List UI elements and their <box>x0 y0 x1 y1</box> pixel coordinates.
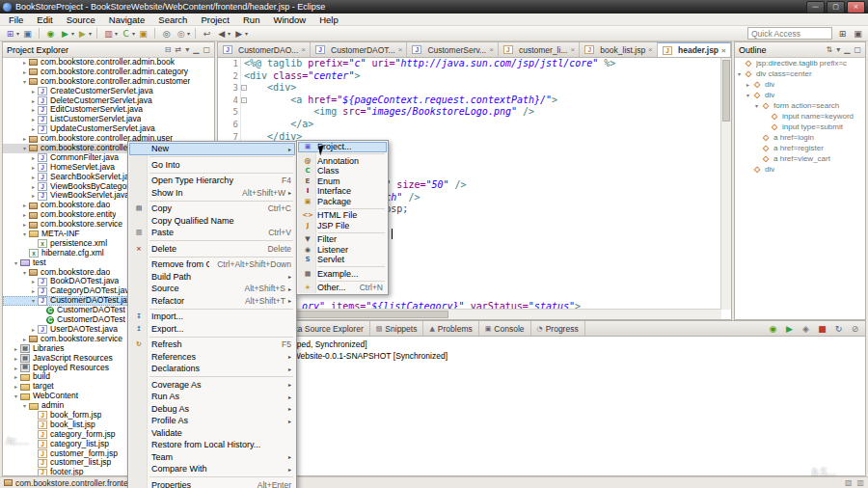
expander-icon[interactable]: ▸ <box>29 115 38 124</box>
search-icon[interactable]: ◎ <box>175 28 187 40</box>
context-menu-item-profile-as[interactable]: Profile As▸ <box>129 415 295 427</box>
context-menu-item-declarations[interactable]: Declarations▸ <box>129 363 295 375</box>
new-submenu-item-listener[interactable]: ◉Listener <box>298 245 387 256</box>
scrollbar-thumb[interactable] <box>722 60 730 122</box>
forward-dropdown-icon[interactable]: ▾ <box>245 30 248 37</box>
context-menu-item-refresh[interactable]: ↻RefreshF5 <box>129 339 295 351</box>
expander-icon[interactable]: ▸ <box>12 354 20 364</box>
editor-tab-customer-li[interactable]: Jcustomer_li...× <box>499 42 580 57</box>
menu-edit[interactable]: Edit <box>30 14 59 25</box>
minimize-icon[interactable]: ▁ <box>193 45 199 54</box>
last-edit-location-icon[interactable]: ↩ <box>201 28 213 40</box>
expander-icon[interactable]: ▾ <box>752 100 761 111</box>
expander-icon[interactable]: ▸ <box>29 325 38 335</box>
close-icon[interactable]: × <box>489 45 494 54</box>
new-submenu-item-example[interactable]: ▦Example... <box>298 269 387 280</box>
expander-icon[interactable]: ▾ <box>735 68 744 79</box>
external-tools-icon[interactable]: ▶ <box>76 28 89 40</box>
close-icon[interactable]: × <box>398 45 403 54</box>
menu-navigate[interactable]: Navigate <box>102 14 152 25</box>
context-menu-item-copy[interactable]: ▤CopyCtrl+C <box>129 203 295 215</box>
maximize-icon[interactable]: ▢ <box>854 45 861 54</box>
coverage-dropdown-icon[interactable]: ▾ <box>115 30 118 37</box>
expander-icon[interactable]: ▸ <box>29 277 38 286</box>
new-java-package-icon[interactable]: ▣ <box>137 28 149 40</box>
outline-item[interactable]: ◇jsp:directive.taglib prefix=c <box>735 58 865 68</box>
external-tools-dropdown-icon[interactable]: ▾ <box>89 30 92 37</box>
expander-icon[interactable]: ▸ <box>29 173 38 182</box>
tree-item[interactable]: ▾com.bookstore.controller.admin.customer <box>3 77 214 87</box>
expander-icon[interactable]: ▸ <box>20 134 29 144</box>
new-submenu-item-project[interactable]: ▣Project... <box>298 142 387 152</box>
minimize-icon[interactable]: ▁ <box>844 45 850 54</box>
debug-icon[interactable]: ◉ <box>44 28 57 40</box>
new-submenu-item-interface[interactable]: IInterface <box>298 186 387 197</box>
collapse-all-icon[interactable]: ⊟ <box>165 45 172 54</box>
new-submenu-item-other[interactable]: ★Other...Ctrl+N <box>298 283 387 293</box>
coverage-icon[interactable]: ▥ <box>102 28 115 40</box>
menu-search[interactable]: Search <box>151 14 194 25</box>
expander-icon[interactable]: ▾ <box>12 392 20 401</box>
expander-icon[interactable]: ▸ <box>29 182 38 192</box>
back-dropdown-icon[interactable]: ▾ <box>228 30 231 37</box>
view-menu-icon[interactable]: ▾ <box>836 45 840 54</box>
tree-item[interactable]: ▸JUpdateCustomerServlet.java <box>3 124 214 134</box>
expander-icon[interactable]: ▸ <box>29 191 38 201</box>
expander-icon[interactable]: ▸ <box>12 344 20 354</box>
menu-file[interactable]: File <box>2 14 30 25</box>
new-wizard-icon[interactable]: ⊞ <box>4 28 16 40</box>
outline-item[interactable]: ◇a href=register <box>735 143 865 153</box>
outline-item[interactable]: ◇a href=view_cart <box>735 153 865 164</box>
expander-icon[interactable]: ▸ <box>20 335 29 344</box>
editor-tab-customerdaot[interactable]: JCustomerDAOT...× <box>311 42 407 57</box>
panel-tab-progress[interactable]: ◔Progress <box>531 321 585 336</box>
context-menu-item-coverage-as[interactable]: Coverage As▸ <box>129 379 295 392</box>
context-menu-item-properties[interactable]: PropertiesAlt+Enter <box>129 479 295 488</box>
context-menu-item-export[interactable]: ↥Export... <box>129 323 295 336</box>
tree-item[interactable]: ▸com.bookstore.controller.admin.book <box>3 58 214 68</box>
context-menu-item-compare-with[interactable]: Compare With▸ <box>129 463 295 475</box>
expander-icon[interactable]: ▸ <box>29 87 38 96</box>
outline-item[interactable]: ▸◇div <box>735 79 865 90</box>
outline-item[interactable]: ▾◇div class=center <box>735 68 865 79</box>
outline-item[interactable]: ◇div <box>735 164 865 175</box>
outline-item[interactable]: ▾◇div <box>735 90 865 100</box>
context-menu-item-remove-from-context[interactable]: Remove from ContextCtrl+Alt+Shift+Down <box>129 258 295 271</box>
menu-run[interactable]: Run <box>236 14 266 25</box>
panel-tab-console[interactable]: ▣Console <box>479 321 531 336</box>
menu-source[interactable]: Source <box>60 14 102 25</box>
server-item[interactable]: BookStoreWebsite-0.0.1-SNAPSHOT [Synchro… <box>218 350 865 362</box>
close-button[interactable]: × <box>847 1 865 14</box>
new-submenu-item-servlet[interactable]: SServlet <box>298 255 387 265</box>
editor-tab-header-jsp[interactable]: Jheader.jsp× <box>658 42 731 57</box>
expander-icon[interactable]: ▸ <box>20 58 29 68</box>
expander-icon[interactable]: ▸ <box>12 382 20 392</box>
expander-icon[interactable]: ▸ <box>29 163 38 173</box>
new-java-class-dropdown-icon[interactable]: ▾ <box>132 30 135 37</box>
new-submenu-item-html-file[interactable]: <>HTML File <box>298 210 387 221</box>
expander-icon[interactable]: ▸ <box>744 79 752 90</box>
editor-tab-customerdao[interactable]: JCustomerDAO...× <box>218 42 311 57</box>
context-menu-item-refactor[interactable]: RefactorAlt+Shift+T▸ <box>129 295 295 308</box>
start-server-icon[interactable]: ▶ <box>783 323 796 335</box>
new-submenu-item-jsp-file[interactable]: JJSP File <box>298 221 387 231</box>
expander-icon[interactable]: ▾ <box>20 401 29 411</box>
search-dropdown-icon[interactable]: ▾ <box>187 30 190 37</box>
new-submenu-item-enum[interactable]: EEnum <box>298 176 387 187</box>
context-menu-item-go-into[interactable]: Go Into <box>129 159 295 172</box>
quick-access-input[interactable]: Quick Access <box>747 27 832 40</box>
server-item[interactable]: ▾localhost [Stopped, Synchronized] <box>218 339 865 350</box>
expander-icon[interactable]: ▸ <box>29 124 38 134</box>
context-menu-item-references[interactable]: References▸ <box>129 351 295 364</box>
editor-vertical-scrollbar[interactable] <box>720 58 731 310</box>
context-menu-item-import[interactable]: ↧Import... <box>129 311 295 323</box>
expander-icon[interactable]: ▾ <box>29 296 38 306</box>
context-menu-item-paste[interactable]: ▥PasteCtrl+V <box>129 227 295 239</box>
outline-tree[interactable]: ◇jsp:directive.taglib prefix=c▾◇div clas… <box>735 58 865 319</box>
maximize-icon[interactable]: ▢ <box>203 45 210 54</box>
new-submenu-item-package[interactable]: ▣Package <box>298 197 387 207</box>
editor-horizontal-scrollbar[interactable] <box>244 309 721 319</box>
sort-icon[interactable]: ⇅ <box>827 45 833 54</box>
new-submenu-item-annotation[interactable]: @Annotation <box>298 156 387 167</box>
menu-project[interactable]: Project <box>194 14 236 25</box>
